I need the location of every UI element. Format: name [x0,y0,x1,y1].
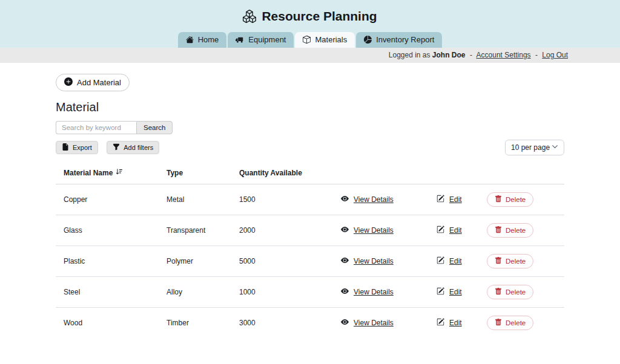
view-details-link[interactable]: View Details [354,195,394,204]
delete-button[interactable]: Delete [487,285,533,299]
tab-home[interactable]: Home [178,32,227,48]
table-header-row: Material Name Type Quantity Available [56,163,564,184]
boxes-icon [243,10,256,23]
add-material-button[interactable]: Add Material [56,74,130,91]
add-material-label: Add Material [77,78,121,87]
table-row: Plastic Polymer 5000 View Details Edit D… [56,246,564,277]
column-header-quantity: Quantity Available [231,163,333,184]
account-bar: Logged in as John Doe - Account Settings… [0,48,620,63]
delete-label: Delete [506,319,526,327]
cell-material-name: Plastic [56,246,159,277]
delete-button[interactable]: Delete [487,254,533,268]
search-row: Search [56,121,564,134]
tab-equipment[interactable]: Equipment [228,32,294,48]
tab-label: Inventory Report [376,35,434,44]
add-filters-button[interactable]: Add filters [107,141,159,154]
edit-link[interactable]: Edit [449,195,462,204]
eye-icon [341,195,349,204]
sort-ascending-icon[interactable] [116,168,123,177]
view-details-link[interactable]: View Details [354,257,394,265]
delete-label: Delete [506,258,526,265]
toolbar-left: Export Add filters [56,141,165,154]
file-icon [62,143,69,152]
eye-icon [341,226,349,235]
account-settings-link[interactable]: Account Settings [477,51,531,59]
separator: - [535,51,538,59]
trash-icon [495,319,502,327]
cell-material-name: Steel [56,277,159,308]
separator: - [470,51,472,59]
pencil-square-icon [437,256,444,266]
search-input[interactable] [56,121,136,134]
delete-button[interactable]: Delete [487,223,533,238]
cell-material-name: Wood [56,308,159,339]
column-header-type: Type [159,163,231,184]
edit-link[interactable]: Edit [449,226,462,235]
eye-icon [341,256,349,266]
materials-table: Material Name Type Quantity Available [56,163,564,338]
view-details-link[interactable]: View Details [354,226,394,235]
edit-link[interactable]: Edit [449,319,462,327]
page: Resource Planning Home Equipment Materia… [0,0,620,364]
plus-circle-icon [64,77,73,88]
delete-label: Delete [506,227,526,234]
cell-material-name: Copper [56,184,159,215]
edit-link[interactable]: Edit [449,257,462,265]
table-row: Wood Timber 3000 View Details Edit Delet… [56,308,564,339]
cell-quantity: 1000 [231,277,333,308]
pencil-square-icon [437,226,444,235]
tab-label: Home [198,35,219,44]
tab-inventory-report[interactable]: Inventory Report [356,32,442,48]
trash-icon [495,288,502,296]
pencil-square-icon [437,318,444,328]
page-title: Resource Planning [262,9,377,24]
edit-link[interactable]: Edit [449,288,462,296]
table-row: Copper Metal 1500 View Details Edit Dele… [56,184,564,215]
title-row: Resource Planning [0,5,620,27]
per-page-value: 10 per page [511,143,550,152]
tab-label: Materials [315,35,347,44]
delete-label: Delete [506,196,526,203]
log-out-link[interactable]: Log Out [542,51,568,59]
table-row: Steel Alloy 1000 View Details Edit Delet… [56,277,564,308]
view-details-link[interactable]: View Details [354,319,394,327]
nav-tabs: Home Equipment Materials Inventory Repor… [0,32,620,48]
chevron-down-icon [552,143,558,152]
delete-button[interactable]: Delete [487,316,533,330]
main-content: Add Material Material Search Export [56,63,564,338]
search-button[interactable]: Search [136,121,173,134]
trash-icon [495,226,502,235]
funnel-icon [113,143,120,152]
logged-in-text: Logged in as [389,51,430,59]
delete-button[interactable]: Delete [487,192,533,207]
cell-quantity: 3000 [231,308,333,339]
cell-type: Metal [159,184,231,215]
export-button[interactable]: Export [56,141,98,154]
eye-icon [341,287,349,297]
section-heading: Material [56,100,564,114]
trash-icon [495,195,502,204]
cell-quantity: 5000 [231,246,333,277]
cell-type: Alloy [159,277,231,308]
app-banner: Resource Planning Home Equipment Materia… [0,0,620,48]
house-icon [186,36,194,44]
toolbar-row: Export Add filters 10 per page [56,140,564,155]
delete-label: Delete [506,288,526,296]
user-name: John Doe [432,51,466,59]
view-details-link[interactable]: View Details [354,288,394,296]
cell-quantity: 2000 [231,215,333,246]
cell-type: Transparent [159,215,231,246]
pencil-square-icon [437,195,444,204]
export-label: Export [73,144,92,151]
cell-quantity: 1500 [231,184,333,215]
eye-icon [341,318,349,328]
cell-type: Polymer [159,246,231,277]
per-page-select[interactable]: 10 per page [505,140,564,155]
tab-label: Equipment [248,35,286,44]
table-row: Glass Transparent 2000 View Details Edit… [56,215,564,246]
add-filters-label: Add filters [124,144,153,151]
cell-material-name: Glass [56,215,159,246]
pie-chart-icon [364,36,372,44]
tab-materials[interactable]: Materials [295,32,355,48]
pencil-square-icon [437,287,444,297]
